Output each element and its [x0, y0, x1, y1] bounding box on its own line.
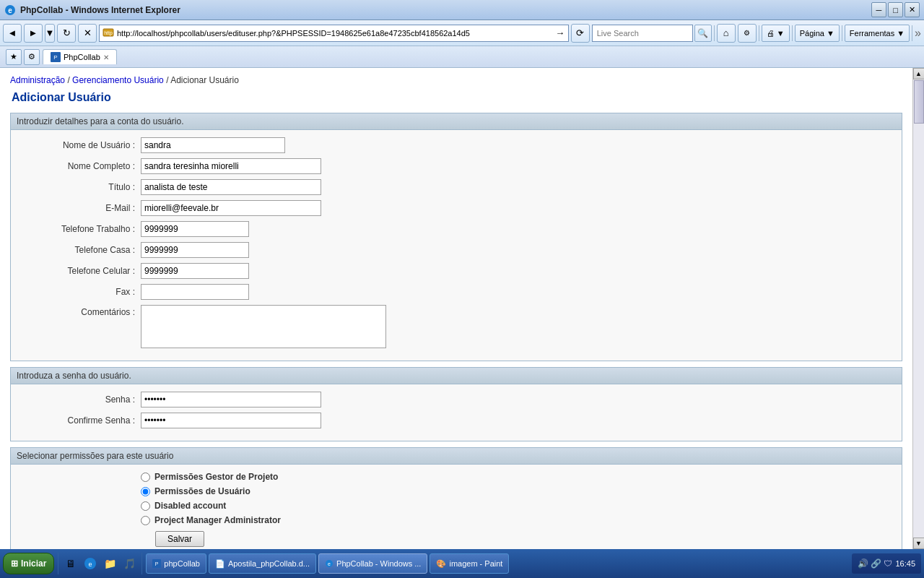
search-input[interactable]: [592, 25, 693, 42]
password-form: Senha : Confirme Senha :: [10, 384, 902, 441]
taskbar-ie-label: PhpCollab - Windows ...: [336, 559, 421, 568]
permission-admin-radio[interactable]: [141, 516, 150, 525]
address-input[interactable]: [99, 25, 569, 42]
permission-disabled-label[interactable]: Disabled account: [154, 501, 226, 511]
title-label: Título :: [18, 182, 141, 192]
comments-textarea[interactable]: [141, 305, 386, 348]
scrollbar-thumb[interactable]: [914, 80, 924, 124]
print-button[interactable]: 🖨 ▼: [762, 25, 790, 42]
taskbar-separator: [58, 553, 58, 574]
work-phone-row: Telefone Trabalho :: [11, 221, 902, 237]
minimize-button[interactable]: ─: [871, 2, 886, 17]
window-controls: ─ □ ✕: [871, 2, 920, 17]
toolbar-separator: [714, 25, 715, 41]
email-row: E-Mail :: [11, 200, 902, 216]
toolbar-separator4: [842, 25, 842, 41]
permission-disabled-radio[interactable]: [141, 501, 150, 511]
work-phone-label: Telefone Trabalho :: [18, 224, 141, 234]
scroll-down-button[interactable]: ▼: [913, 538, 925, 549]
permission-gestor-label[interactable]: Permissões Gestor de Projeto: [154, 472, 278, 482]
breadcrumb-current: Adicionar Usuário: [170, 75, 239, 85]
permission-usuario-row: Permissões de Usuário: [25, 486, 887, 496]
permission-gestor-radio[interactable]: [141, 473, 150, 482]
ie-icon[interactable]: e: [82, 555, 99, 572]
taskbar: ⊞ Iniciar 🖥 e 📁 🎵 P phpCollab 📄 Apostila…: [0, 549, 924, 578]
media-icon[interactable]: 🎵: [121, 555, 138, 572]
taskbar-phpcollab-app[interactable]: P phpCollab: [146, 553, 206, 574]
username-input[interactable]: [141, 137, 285, 153]
apostila-app-icon: 📄: [215, 559, 225, 569]
back-button[interactable]: ◄: [3, 24, 22, 43]
home-button[interactable]: ⌂: [717, 24, 736, 43]
forward-dropdown[interactable]: ▼: [45, 24, 55, 43]
stop-button[interactable]: ✕: [78, 24, 97, 43]
forward-button[interactable]: ►: [24, 24, 43, 43]
search-button[interactable]: 🔍: [694, 25, 712, 42]
home-phone-input[interactable]: [141, 242, 249, 258]
permission-usuario-label[interactable]: Permissões de Usuário: [154, 486, 250, 496]
add-favorites-button[interactable]: ★: [6, 49, 22, 65]
email-input[interactable]: [141, 200, 321, 216]
mobile-input[interactable]: [141, 263, 249, 279]
svg-text:e: e: [89, 561, 92, 568]
username-row: Nome de Usuário :: [11, 137, 902, 153]
fullname-input[interactable]: [141, 158, 321, 174]
title-input[interactable]: [141, 179, 321, 195]
confirm-password-input[interactable]: [141, 413, 321, 428]
tab-close-icon[interactable]: ✕: [103, 53, 109, 61]
quick-launch: 🖥 e 📁 🎵: [62, 555, 138, 572]
fax-label: Fax :: [18, 287, 141, 297]
refresh-button[interactable]: ↻: [57, 24, 76, 43]
toolbar-separator5: [912, 25, 912, 41]
scroll-up-button[interactable]: ▲: [913, 68, 925, 79]
permissions-form: Permissões Gestor de Projeto Permissões …: [10, 465, 902, 549]
fax-input[interactable]: [141, 284, 249, 300]
phpcollab-app-icon: P: [152, 559, 161, 568]
user-details-form: Nome de Usuário : Nome Completo : Título…: [10, 130, 902, 361]
refresh-feed-button[interactable]: ⟳: [571, 24, 590, 43]
taskbar-ie-app[interactable]: e PhpCollab - Windows ...: [318, 553, 427, 574]
close-button[interactable]: ✕: [905, 2, 920, 17]
taskbar-paint-app[interactable]: 🎨 imagem - Paint: [430, 553, 509, 574]
taskbar-apostila-label: Apostila_phpCollab.d...: [228, 559, 310, 568]
permission-admin-label[interactable]: Project Manager Administrator: [154, 515, 281, 525]
vertical-scrollbar[interactable]: ▲ ▼: [912, 68, 924, 549]
feeds-fav-button[interactable]: ⚙: [24, 49, 40, 65]
folder-icon[interactable]: 📁: [101, 555, 118, 572]
feeds-button[interactable]: ⚙: [738, 24, 757, 43]
breadcrumb-admin[interactable]: Administração: [10, 75, 65, 85]
content-area: Administração / Gerenciamento Usuário / …: [0, 68, 924, 549]
breadcrumb-user-mgmt[interactable]: Gerenciamento Usuário: [72, 75, 164, 85]
browser-icon: e: [4, 4, 16, 16]
work-phone-input[interactable]: [141, 221, 249, 237]
ferramentas-button[interactable]: Ferramentas ▼: [845, 25, 910, 42]
taskbar-separator2: [141, 553, 142, 574]
permission-gestor-row: Permissões Gestor de Projeto: [25, 472, 887, 482]
mobile-row: Telefone Celular :: [11, 263, 902, 279]
save-button[interactable]: Salvar: [155, 531, 204, 547]
permission-admin-row: Project Manager Administrator: [25, 515, 887, 525]
pagina-button[interactable]: Página ▼: [795, 25, 840, 42]
desktop-icon[interactable]: 🖥: [62, 555, 79, 572]
maximize-button[interactable]: □: [888, 2, 903, 17]
favorites-icons: ★ ⚙: [6, 49, 40, 65]
phpcollab-tab[interactable]: P PhpCollab ✕: [43, 49, 117, 64]
ie-app-icon: e: [325, 559, 334, 568]
svg-text:http: http: [104, 30, 113, 36]
start-label: Iniciar: [21, 558, 46, 569]
toolbar-separator3: [792, 25, 793, 41]
start-button[interactable]: ⊞ Iniciar: [3, 553, 54, 574]
taskbar-paint-label: imagem - Paint: [449, 559, 502, 568]
tray-icon-2: 🔗: [871, 558, 881, 569]
svg-text:P: P: [53, 54, 57, 61]
fullname-row: Nome Completo :: [11, 158, 902, 174]
permission-usuario-radio[interactable]: [141, 487, 150, 496]
taskbar-apostila-app[interactable]: 📄 Apostila_phpCollab.d...: [209, 553, 316, 574]
taskbar-app-label: phpCollab: [164, 559, 200, 568]
browser-title: PhpCollab - Windows Internet Explorer: [20, 5, 180, 15]
scrollbar-track[interactable]: [913, 79, 924, 538]
extras-button[interactable]: »: [915, 27, 921, 40]
go-button[interactable]: →: [553, 26, 567, 40]
comments-label: Comentários :: [18, 305, 141, 317]
password-input[interactable]: [141, 392, 321, 407]
